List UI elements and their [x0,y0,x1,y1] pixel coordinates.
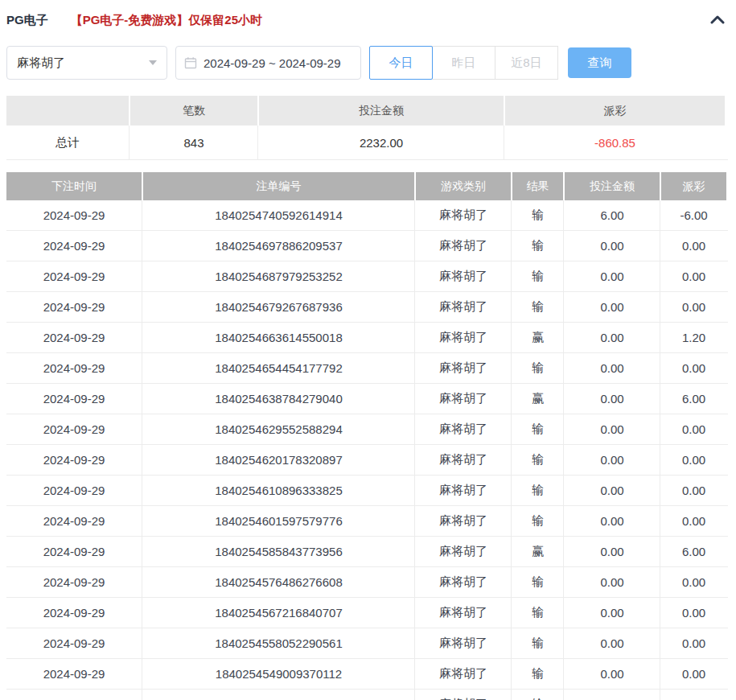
promo-notice: 【PG电子-免费游戏】仅保留25小时 [71,13,262,28]
payout-cell: 0.00 [661,628,726,658]
result-cell: 输 [512,353,563,383]
result-cell: 输 [512,231,563,261]
panel-header: PG电子 【PG电子-免费游戏】仅保留25小时 [6,6,730,31]
date-range-picker[interactable]: 2024-09-29 ~ 2024-09-29 [175,46,361,80]
bet-time-cell: 2024-09-29 [6,261,142,291]
game-category-cell: 麻将胡了 [416,200,511,230]
header-payout: 派彩 [661,172,726,200]
game-category-cell: 麻将胡了 [416,292,511,322]
bet-amount-cell: 0.00 [565,598,660,628]
yesterday-button[interactable]: 昨日 [432,46,495,80]
result-cell: 输 [512,445,563,475]
order-no-cell: 1840254740592614914 [143,200,414,230]
payout-cell: 0.00 [661,567,726,597]
payout-cell: 0.00 [661,445,726,475]
game-category-cell: 麻将胡了 [416,690,511,700]
quick-range-group: 今日 昨日 近8日 [369,46,558,80]
bet-time-cell: 2024-09-29 [6,690,142,700]
payout-cell: 0.00 [661,261,726,291]
payout-cell: -6.00 [661,200,726,230]
summary-table: 笔数 投注金额 派彩 总计 843 2232.00 -860.85 [6,96,728,160]
table-row: 2024-09-291840254679267687936麻将胡了输0.000.… [6,292,728,323]
result-cell: 赢 [512,323,563,352]
last8days-button[interactable]: 近8日 [495,46,558,80]
game-category-cell: 麻将胡了 [416,353,511,383]
bet-time-cell: 2024-09-29 [6,200,142,230]
payout-cell: 0.00 [661,292,726,322]
summary-header-blank [6,96,129,126]
table-row: 2024-09-291840254610896333825麻将胡了输0.000.… [6,476,728,506]
bet-amount-cell: 0.00 [565,537,660,566]
collapse-button[interactable] [707,10,728,31]
summary-total-bet-amount: 2232.00 [259,126,504,159]
table-row: 2024-09-291840254549009370112麻将胡了输0.000.… [6,659,728,690]
summary-header-payout: 派彩 [505,96,725,126]
header-bet-time: 下注时间 [6,172,142,200]
table-row: 2024-09-291840254740592614914麻将胡了输6.00-6… [6,200,728,231]
bet-amount-cell: 0.00 [565,628,660,658]
bet-time-cell: 2024-09-29 [6,659,142,689]
bet-amount-cell: 0.00 [565,659,660,689]
order-no-cell: 1840254549009370112 [143,659,414,689]
game-category-cell: 麻将胡了 [416,567,511,597]
records-header-row: 下注时间 注单编号 游戏类别 结果 投注金额 派彩 [6,172,728,200]
bet-time-cell: 2024-09-29 [6,231,142,261]
game-category-cell: 麻将胡了 [416,323,511,352]
date-range-value: 2024-09-29 ~ 2024-09-29 [204,56,341,70]
table-row: 2024-09-291840254601597579776麻将胡了输0.000.… [6,506,728,537]
result-cell: 输 [512,200,563,230]
order-no-cell: 1840254567216840707 [143,598,414,628]
bet-amount-cell: 0.00 [565,353,660,383]
bet-amount-cell: 0.00 [565,261,660,291]
bet-amount-cell: 0.00 [565,567,660,597]
game-category-cell: 麻将胡了 [416,261,511,291]
table-row: 2024-09-291840254585843773956麻将胡了赢0.006.… [6,537,728,567]
table-row: 2024-09-291840254567216840707麻将胡了输0.000.… [6,598,728,628]
bet-time-cell: 2024-09-29 [6,414,142,444]
bet-time-cell: 2024-09-29 [6,537,142,566]
bet-time-cell: 2024-09-29 [6,445,142,475]
order-no-cell: 1840254620178320897 [143,445,414,475]
game-select-value: 麻将胡了 [17,56,65,71]
result-cell: 输 [512,476,563,505]
result-cell: 赢 [512,537,563,566]
query-button[interactable]: 查询 [568,47,631,78]
result-cell: 赢 [512,384,563,414]
table-row: 2024-09-291840254558052290561麻将胡了输0.000.… [6,628,728,659]
bet-amount-cell: 0.00 [565,445,660,475]
records-body: 2024-09-291840254740592614914麻将胡了输6.00-6… [6,200,728,700]
game-category-cell: 麻将胡了 [416,628,511,658]
today-button[interactable]: 今日 [369,46,433,80]
calendar-icon [184,56,197,69]
order-no-cell: 1840254558052290561 [143,628,414,658]
bet-amount-cell: 0.00 [565,476,660,505]
payout-cell: 0.00 [661,506,726,536]
header-result: 结果 [512,172,563,200]
summary-header-bet-amount: 投注金额 [259,96,504,126]
order-no-cell: 1840254610896333825 [143,476,414,505]
game-category-cell: 麻将胡了 [416,506,511,536]
payout-cell: 0.00 [661,476,726,505]
game-category-cell: 麻将胡了 [416,537,511,566]
bet-time-cell: 2024-09-29 [6,476,142,505]
result-cell: 输 [512,690,563,700]
bet-time-cell: 2024-09-29 [6,384,142,414]
payout-cell: 0.00 [661,659,726,689]
payout-cell: 0.00 [661,598,726,628]
game-select[interactable]: 麻将胡了 [6,46,167,80]
summary-total-label: 总计 [6,126,129,159]
payout-cell: 0.00 [661,690,726,700]
bet-amount-cell: 6.00 [565,200,660,230]
game-category-cell: 麻将胡了 [416,414,511,444]
chevron-down-icon [149,60,157,65]
filter-bar: 麻将胡了 2024-09-29 ~ 2024-09-29 今日 昨日 近8日 查… [6,46,730,80]
bet-amount-cell: 0.00 [565,384,660,414]
bet-time-cell: 2024-09-29 [6,506,142,536]
table-row: 2024-09-291840254687979253252麻将胡了输0.000.… [6,261,728,292]
table-row: 2024-09-291840254654454177792麻将胡了输0.000.… [6,353,728,384]
result-cell: 输 [512,598,563,628]
summary-header-count: 笔数 [130,96,257,126]
header-bet-amount: 投注金额 [565,172,660,200]
bet-amount-cell: 0.00 [565,690,660,700]
bet-amount-cell: 0.00 [565,323,660,352]
